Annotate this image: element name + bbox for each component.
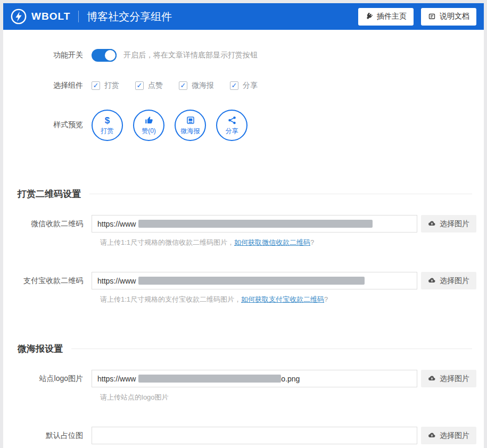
header-divider	[78, 11, 79, 22]
checkbox-fenxiang[interactable]: 分享	[230, 81, 258, 90]
preview-like-button[interactable]: 赞(0)	[133, 110, 164, 141]
docs-label: 说明文档	[440, 12, 469, 21]
redaction-bar	[138, 277, 365, 285]
section-divider	[89, 194, 472, 194]
feature-switch-description: 开启后，将在文章详情底部显示打赏按钮	[123, 51, 258, 60]
poster-icon	[186, 115, 195, 126]
redaction-bar	[138, 220, 373, 228]
site-logo-field-block: 站点logo图片 https://www o.png	[3, 370, 484, 402]
checkbox-checked-icon	[135, 81, 144, 90]
components-label: 选择组件	[3, 81, 92, 90]
alipay-qrcode-help: 请上传1:1尺寸规格的支付宝收款二维码图片，如何获取支付宝收款二维码?	[100, 295, 484, 304]
wechat-qrcode-help-link[interactable]: 如何获取微信收款二维码	[234, 238, 310, 246]
section-title-reward-qrcode: 打赏二维码设置	[18, 188, 472, 200]
wbolt-logo-icon	[11, 9, 27, 24]
style-preview-label: 样式预览	[3, 110, 92, 130]
wechat-qrcode-help: 请上传1:1尺寸规格的微信收款二维码图片，如何获取微信收款二维码?	[100, 238, 484, 247]
section-divider	[71, 349, 472, 349]
checkbox-checked-icon	[92, 81, 100, 90]
components-checkbox-group: 打赏 点赞 微海报 分享	[92, 81, 274, 90]
checkbox-dashang[interactable]: 打赏	[92, 81, 119, 90]
site-logo-help: 请上传站点的logo图片	[100, 393, 484, 402]
docs-button[interactable]: 说明文档	[421, 8, 476, 26]
placeholder-image-url-input[interactable]	[92, 427, 417, 444]
feature-toggle[interactable]	[92, 49, 117, 62]
brand-name: WBOLT	[31, 11, 70, 22]
site-logo-url-input[interactable]: https://www o.png	[92, 370, 417, 387]
upload-cloud-icon	[428, 219, 436, 229]
components-row: 选择组件 打赏 点赞 微海报 分享	[3, 81, 484, 90]
preview-poster-button[interactable]: 微海报	[175, 110, 206, 141]
page-title: 博客社交分享组件	[87, 10, 172, 24]
feature-switch-label: 功能开关	[3, 51, 92, 60]
checkbox-dianzan[interactable]: 点赞	[135, 81, 163, 90]
plugin-home-label: 插件主页	[377, 12, 407, 21]
wechat-qrcode-url-input[interactable]: https://www	[92, 215, 417, 233]
placeholder-image-field-block: 默认占位图 选择图片	[3, 427, 484, 448]
toggle-knob	[104, 49, 117, 62]
app-header: WBOLT 博客社交分享组件 插件主页	[3, 3, 484, 30]
feature-switch-row: 功能开关 开启后，将在文章详情底部显示打赏按钮	[3, 49, 484, 62]
placeholder-image-label: 默认占位图	[3, 431, 92, 441]
settings-content: 功能开关 开启后，将在文章详情底部显示打赏按钮 选择组件 打赏 点赞 微海报	[3, 30, 484, 448]
plugin-home-button[interactable]: 插件主页	[358, 8, 414, 26]
upload-cloud-icon	[428, 276, 436, 286]
site-logo-label: 站点logo图片	[3, 374, 92, 384]
thumb-up-icon	[144, 115, 154, 126]
doc-icon	[428, 13, 436, 21]
placeholder-image-pick-image-button[interactable]: 选择图片	[421, 427, 476, 444]
settings-card: WBOLT 博客社交分享组件 插件主页	[3, 3, 484, 448]
style-preview-row: 样式预览 $ 打赏 赞(0)	[3, 110, 484, 141]
alipay-qrcode-url-input[interactable]: https://www	[92, 272, 417, 289]
checkbox-weihaibao[interactable]: 微海报	[179, 81, 214, 90]
section-title-poster: 微海报设置	[18, 343, 472, 355]
wechat-qrcode-label: 微信收款二维码	[3, 219, 92, 229]
upload-cloud-icon	[428, 374, 436, 384]
dollar-icon: $	[105, 115, 110, 126]
preview-reward-button[interactable]: $ 打赏	[92, 110, 123, 141]
wechat-qrcode-pick-image-button[interactable]: 选择图片	[421, 215, 476, 233]
wechat-qrcode-field-block: 微信收款二维码 https://www 选择图片	[3, 215, 484, 247]
share-icon	[227, 115, 237, 126]
checkbox-checked-icon	[230, 81, 238, 90]
checkbox-checked-icon	[179, 81, 187, 90]
header-actions: 插件主页 说明文档	[351, 8, 476, 26]
alipay-qrcode-label: 支付宝收款二维码	[3, 276, 92, 286]
preview-share-button[interactable]: 分享	[216, 110, 247, 141]
plug-icon	[365, 13, 373, 21]
alipay-qrcode-pick-image-button[interactable]: 选择图片	[421, 272, 476, 289]
alipay-qrcode-field-block: 支付宝收款二维码 https://www 选择图片	[3, 272, 484, 304]
upload-cloud-icon	[428, 431, 436, 441]
redaction-bar	[138, 375, 281, 383]
alipay-qrcode-help-link[interactable]: 如何获取支付宝收款二维码	[241, 295, 324, 303]
preview-circles: $ 打赏 赞(0)	[92, 110, 258, 141]
site-logo-pick-image-button[interactable]: 选择图片	[421, 370, 476, 387]
